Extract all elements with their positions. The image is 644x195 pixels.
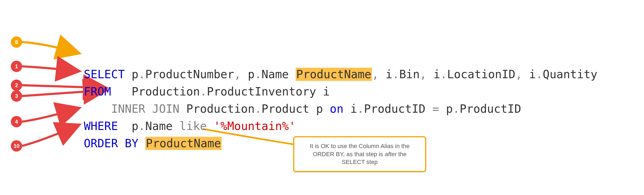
literal-mountain: '%Mountain%' [213,119,295,133]
kw-order: ORDER [84,137,118,150]
kw-from: FROM [84,85,111,98]
callout-alias-orderby: It is OK to use the Column Alias in the … [293,136,426,172]
kw-where: WHERE [84,119,118,133]
kw-join: JOIN [145,102,179,115]
kw-by: BY [118,137,138,150]
orderby-productname: ProductName [145,137,222,150]
alias-productname: ProductName [296,68,372,81]
kw-on: on [330,102,343,115]
kw-inner: INNER [111,102,145,115]
code-line-2: FROM Production.ProductInventory i [84,85,330,98]
code-line-3: INNER JOIN Production.Product p on i.Pro… [84,102,521,115]
code-line-4: WHERE p.Name like '%Mountain%' [84,119,296,133]
code-line-1: SELECT p.ProductNumber, p.Name ProductNa… [84,68,598,81]
code-line-5: ORDER BY ProductName [84,137,222,150]
callout-line-1: It is OK to use the Column Alias in the [300,142,419,150]
kw-like: like [179,119,207,133]
kw-select: SELECT [84,68,125,81]
callout-line-2: ORDER BY, as that step is after the [300,150,419,158]
callout-line-3: SELECT step [300,158,419,166]
